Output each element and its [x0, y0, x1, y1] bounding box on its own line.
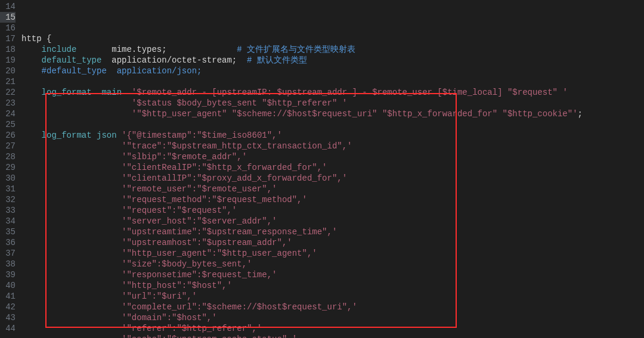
code-token: log_format: [42, 88, 92, 97]
code-token: [122, 88, 132, 97]
code-line[interactable]: #default_type application/json;: [21, 66, 644, 76]
code-line[interactable]: '"domain":"$host",': [21, 312, 644, 323]
code-token: [21, 141, 122, 151]
code-token: '"clientRealIP":"$http_x_forwarded_for",…: [122, 163, 327, 172]
line-number: 25: [0, 119, 16, 130]
code-token: [21, 152, 122, 162]
line-number: 16: [0, 23, 16, 33]
code-line[interactable]: '"trace":"$upstream_http_ctx_transaction…: [21, 141, 644, 151]
code-line[interactable]: '"http_host":"$host",': [21, 280, 644, 291]
code-token: [21, 184, 122, 194]
code-token: '"complete_url":"$scheme://$host$request…: [122, 302, 357, 312]
code-token: default_type: [42, 55, 102, 65]
code-line[interactable]: '"$http_user_agent" "$scheme://$host$req…: [21, 108, 644, 119]
line-number: 20: [0, 66, 16, 76]
code-token: '"upstreamhost":"$upstream_addr",': [122, 238, 292, 247]
code-line[interactable]: include mime.types; # 文件扩展名与文件类型映射表: [21, 44, 644, 55]
code-editor[interactable]: 1415161718192021222324252627282930313233…: [0, 0, 644, 338]
code-token: '$status $body_bytes_sent "$http_referer…: [132, 98, 347, 108]
line-number-gutter: 1415161718192021222324252627282930313233…: [0, 1, 21, 338]
code-token: include: [42, 45, 77, 54]
code-line[interactable]: [21, 119, 644, 130]
line-number: 23: [0, 98, 16, 108]
code-token: [21, 270, 122, 280]
code-line[interactable]: log_format main '$remote_addr - [upstrea…: [21, 87, 644, 98]
code-line[interactable]: '"url":"$uri",': [21, 291, 644, 302]
code-token: '"domain":"$host",': [122, 313, 217, 323]
code-line[interactable]: '"http_user_agent":"$http_user_agent",': [21, 248, 644, 259]
code-line[interactable]: '"upstreamtime":"$upstream_response_time…: [21, 227, 644, 237]
line-number: 36: [0, 237, 16, 248]
code-token: # 默认文件类型: [247, 55, 307, 65]
line-number: 38: [0, 259, 16, 269]
code-token: [21, 302, 122, 312]
code-token: main: [101, 88, 122, 97]
code-line[interactable]: '"clientRealIP":"$http_x_forwarded_for",…: [21, 162, 644, 173]
code-line[interactable]: '"request":"$request",': [21, 205, 644, 216]
code-token: [117, 131, 122, 140]
code-token: http {: [21, 34, 51, 44]
code-token: [21, 88, 42, 97]
code-token: '"remote_user":"$remote_user",': [122, 184, 277, 194]
code-token: [21, 227, 122, 237]
code-token: ;: [578, 109, 583, 119]
code-token: [21, 206, 122, 215]
code-token: # 文件扩展名与文件类型映射表: [237, 45, 355, 54]
code-token: [92, 88, 102, 97]
code-token: '"trace":"$upstream_http_ctx_transaction…: [122, 141, 352, 151]
line-number: 19: [0, 55, 16, 66]
code-token: [21, 195, 122, 204]
code-token: application/octet-stream;: [101, 55, 247, 65]
code-line[interactable]: http {: [21, 33, 644, 44]
line-number: 29: [0, 162, 16, 173]
code-line[interactable]: '"remote_user":"$remote_user",': [21, 184, 644, 194]
code-token: log_format: [42, 131, 92, 140]
line-number: 44: [0, 323, 16, 334]
line-number: 43: [0, 312, 16, 323]
code-area[interactable]: http { include mime.types; # 文件扩展名与文件类型映…: [21, 1, 644, 338]
code-token: [21, 238, 122, 247]
line-number: 27: [0, 141, 16, 151]
line-number: 41: [0, 291, 16, 302]
line-number: 18: [0, 44, 16, 55]
code-line[interactable]: '"referer":"$http_referer",': [21, 323, 644, 334]
code-token: [21, 131, 42, 140]
code-line[interactable]: '"complete_url":"$scheme://$host$request…: [21, 302, 644, 312]
code-line[interactable]: '"cache":"$upstream_cache_status",': [21, 334, 644, 338]
code-token: [21, 334, 122, 338]
line-number: 39: [0, 269, 16, 280]
code-token: mime.types;: [76, 45, 237, 54]
code-token: [21, 249, 122, 258]
code-line[interactable]: log_format json '{"@timestamp":"$time_is…: [21, 130, 644, 141]
code-line[interactable]: '"slbip":"$remote_addr",': [21, 151, 644, 162]
line-number: 24: [0, 108, 16, 119]
code-token: '"$http_user_agent" "$scheme://$host$req…: [132, 109, 578, 119]
code-line[interactable]: '"responsetime":$request_time,': [21, 269, 644, 280]
line-number: 34: [0, 216, 16, 227]
code-line[interactable]: default_type application/octet-stream; #…: [21, 55, 644, 66]
code-line[interactable]: '$status $body_bytes_sent "$http_referer…: [21, 98, 644, 108]
line-number: 26: [0, 130, 16, 141]
code-token: '$remote_addr - [upstreamIP: $upstream_a…: [132, 88, 568, 97]
code-token: '{"@timestamp":"$time_iso8601",': [122, 131, 282, 140]
code-token: '"request":"$request",': [122, 206, 237, 215]
line-number: 35: [0, 227, 16, 237]
code-line[interactable]: '"clientallIP":"$proxy_add_x_forwarded_f…: [21, 173, 644, 184]
code-token: json: [97, 131, 117, 140]
code-token: '"http_host":"$host",': [122, 281, 232, 290]
code-line[interactable]: [21, 76, 644, 87]
code-token: [21, 163, 122, 172]
code-token: #default_type application/json;: [42, 66, 202, 76]
line-number: 14: [0, 1, 16, 12]
code-line[interactable]: '"upstreamhost":"$upstream_addr",': [21, 237, 644, 248]
line-number: 28: [0, 151, 16, 162]
code-token: [21, 292, 122, 301]
code-token: '"clientallIP":"$proxy_add_x_forwarded_f…: [122, 173, 347, 183]
code-line[interactable]: '"request_method":"$request_method",': [21, 194, 644, 205]
code-line[interactable]: '"server_host":"$server_addr",': [21, 216, 644, 227]
code-line[interactable]: '"size":$body_bytes_sent,': [21, 259, 644, 269]
code-token: '"slbip":"$remote_addr",': [122, 152, 247, 162]
code-token: [21, 281, 122, 290]
code-token: '"cache":"$upstream_cache_status",': [122, 334, 297, 338]
code-token: [21, 313, 122, 323]
